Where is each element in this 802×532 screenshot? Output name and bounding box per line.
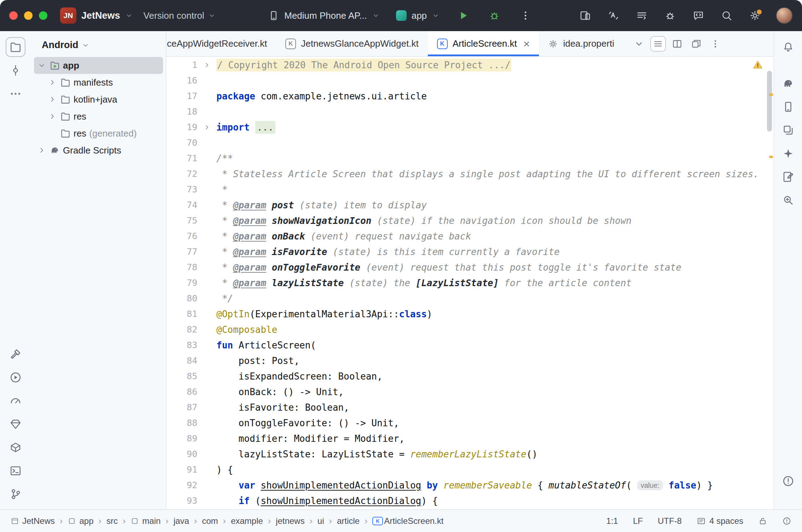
line-number[interactable]: 18: [166, 104, 197, 120]
code-line-16[interactable]: 16: [166, 73, 774, 88]
debug-button[interactable]: [487, 8, 502, 23]
tool-terminal-icon[interactable]: [6, 461, 25, 481]
line-number[interactable]: 79: [166, 275, 197, 291]
line-separator-widget[interactable]: LF: [633, 516, 643, 526]
profile-avatar[interactable]: [776, 7, 793, 24]
settings-gear-icon[interactable]: [748, 8, 762, 23]
fold-arrow-icon[interactable]: [197, 123, 216, 131]
code-line-78[interactable]: 78 * @param onToggleFavorite (event) req…: [166, 260, 774, 275]
tool-more-horizontal-icon[interactable]: [6, 84, 25, 104]
crumb-jetnews[interactable]: jetnews: [276, 516, 304, 526]
inspection-warning-icon[interactable]: [752, 59, 763, 70]
tree-item-app[interactable]: app: [34, 57, 163, 74]
line-number[interactable]: 83: [166, 337, 197, 353]
line-number[interactable]: 76: [166, 229, 197, 244]
line-number[interactable]: 17: [166, 88, 197, 104]
tool-app-inspection-diamond-icon[interactable]: [6, 414, 25, 434]
editor[interactable]: 1/ Copyright 2020 The Android Open Sourc…: [166, 57, 774, 509]
tool-running-devices-layers-icon[interactable]: [778, 120, 798, 140]
line-number[interactable]: 77: [166, 244, 197, 260]
chevron-right-icon[interactable]: [37, 145, 47, 155]
crumb-ui[interactable]: ui: [318, 516, 324, 526]
chevron-right-icon[interactable]: [47, 94, 57, 104]
tree-item-gradle-scripts[interactable]: Gradle Scripts: [34, 142, 163, 159]
code-line-79[interactable]: 79 * @param lazyListState (state) the [L…: [166, 275, 774, 291]
code-line-81[interactable]: 81@OptIn(ExperimentalMaterial3Api::class…: [166, 306, 774, 322]
tab-list-icon[interactable]: [650, 36, 666, 52]
insights-bug-icon[interactable]: [663, 8, 678, 23]
code-line-71[interactable]: 71/**: [166, 151, 774, 166]
editor-kebab-icon[interactable]: [708, 36, 723, 52]
code-line-74[interactable]: 74 * @param post (state) item to display: [166, 197, 774, 213]
tab-ceappwidgetreceiver-kt[interactable]: ceAppWidgetReceiver.kt: [166, 31, 276, 56]
line-number[interactable]: 75: [166, 213, 197, 229]
gemini-chat-icon[interactable]: [691, 8, 706, 23]
code-line-92[interactable]: 92 var showUnimplementedActionDialog by …: [166, 478, 774, 493]
tool-problems-circle-icon[interactable]: [778, 471, 798, 491]
problems-status-icon[interactable]: [782, 516, 791, 526]
line-number[interactable]: 72: [166, 166, 197, 182]
line-number[interactable]: 78: [166, 260, 197, 275]
code-line-93[interactable]: 93 if (showUnimplementedActionDialog) {: [166, 493, 774, 509]
line-number[interactable]: 84: [166, 353, 197, 369]
tool-find-magnifier-icon[interactable]: [778, 190, 798, 210]
tool-profiler-speedometer-icon[interactable]: [6, 391, 25, 411]
tree-item-manifests[interactable]: manifests: [34, 74, 163, 91]
code-line-17[interactable]: 17package com.example.jetnews.ui.article: [166, 88, 774, 104]
close-window-button[interactable]: [9, 11, 18, 20]
run-config-selector[interactable]: app: [396, 10, 440, 21]
line-number[interactable]: 86: [166, 384, 197, 400]
code-line-86[interactable]: 86 onBack: () -> Unit,: [166, 384, 774, 400]
code-line-85[interactable]: 85 isExpandedScreen: Boolean,: [166, 369, 774, 384]
line-number[interactable]: 81: [166, 306, 197, 322]
tool-build-hammer-icon[interactable]: [6, 344, 25, 364]
crumb-article[interactable]: article: [337, 516, 360, 526]
project-view-selector[interactable]: Android: [31, 33, 166, 57]
line-number[interactable]: 73: [166, 182, 197, 197]
device-selector[interactable]: Medium Phone AP...: [268, 10, 380, 21]
line-number[interactable]: 71: [166, 151, 197, 166]
fold-arrow-icon[interactable]: [197, 61, 216, 69]
code-line-19[interactable]: 19import ...: [166, 120, 774, 135]
tree-item-res[interactable]: res: [34, 108, 163, 125]
vcs-menu[interactable]: Version control: [144, 10, 216, 21]
code-line-83[interactable]: 83fun ArticleScreen(: [166, 337, 774, 353]
split-editor-icon[interactable]: [669, 36, 685, 52]
code-line-77[interactable]: 77 * @param isFavorite (state) is this i…: [166, 244, 774, 260]
tree-item-res-generated[interactable]: res (generated): [34, 125, 163, 142]
code-line-73[interactable]: 73 *: [166, 182, 774, 197]
tree-item-kotlin-java[interactable]: kotlin+java: [34, 91, 163, 108]
warning-stripe-mark[interactable]: [769, 93, 773, 96]
line-number[interactable]: 91: [166, 462, 197, 478]
tool-notifications-bell-icon[interactable]: [778, 37, 798, 57]
crumb-main[interactable]: main: [130, 516, 161, 526]
tab-idea-properti[interactable]: idea.properti: [539, 31, 623, 56]
code-line-80[interactable]: 80 */: [166, 291, 774, 306]
line-number[interactable]: 85: [166, 369, 197, 384]
code-line-87[interactable]: 87 isFavorite: Boolean,: [166, 400, 774, 415]
code-line-82[interactable]: 82@Composable: [166, 322, 774, 337]
code-line-90[interactable]: 90 lazyListState: LazyListState = rememb…: [166, 446, 774, 462]
tool-gemini-star-icon[interactable]: [778, 144, 798, 163]
code-line-18[interactable]: 18: [166, 104, 774, 120]
crumb-articlescreen-kt[interactable]: KArticleScreen.kt: [372, 516, 443, 526]
line-number[interactable]: 70: [166, 135, 197, 151]
code-line-76[interactable]: 76 * @param onBack (event) request navig…: [166, 229, 774, 244]
more-run-actions-button[interactable]: [518, 8, 533, 23]
line-number[interactable]: 92: [166, 478, 197, 493]
open-window-icon[interactable]: [688, 36, 704, 52]
line-number[interactable]: 16: [166, 73, 197, 88]
tool-project-folder-icon[interactable]: [6, 37, 25, 57]
readonly-lock-icon[interactable]: [758, 516, 767, 526]
crumb-com[interactable]: com: [202, 516, 218, 526]
run-button[interactable]: [456, 8, 471, 23]
device-mirror-icon[interactable]: [578, 8, 593, 23]
line-number[interactable]: 89: [166, 431, 197, 446]
crumb-app[interactable]: app: [68, 516, 93, 526]
crumb-src[interactable]: src: [106, 516, 118, 526]
code-line-1[interactable]: 1/ Copyright 2020 The Android Open Sourc…: [166, 57, 774, 73]
code-line-84[interactable]: 84 post: Post,: [166, 353, 774, 369]
editor-scrollbar-thumb[interactable]: [767, 71, 772, 132]
file-encoding-widget[interactable]: UTF-8: [658, 516, 682, 526]
crumb-jetnews[interactable]: JetNews: [11, 516, 55, 526]
